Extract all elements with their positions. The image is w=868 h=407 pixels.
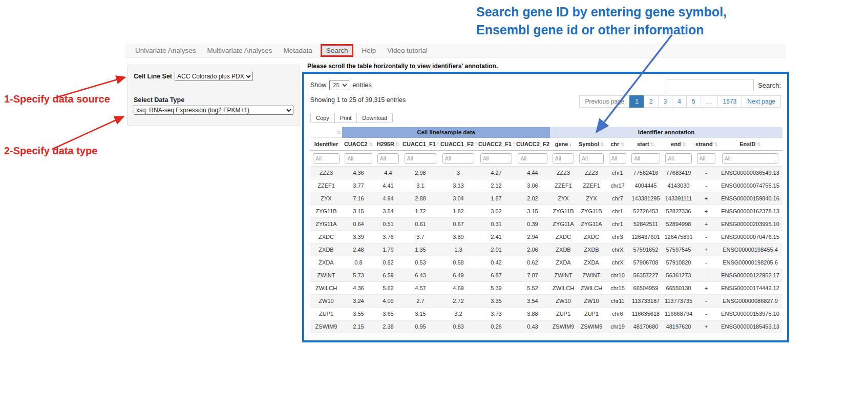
table-cell: ZXDC [550,231,577,243]
table-cell: - [694,308,718,320]
page-length-select[interactable]: 25 [329,80,349,90]
table-cell: ENSG00000153975.10 [718,308,782,320]
identifier-sort-header[interactable]: ⇅ [310,127,342,138]
filter-input-cuacc1-f2[interactable] [442,153,475,164]
tab-univariate-analyses[interactable]: Univariate Analyses [130,47,202,54]
filter-input-end[interactable] [665,153,692,164]
column-header-cuacc1-f2[interactable]: CUACC1_F2⇅ [439,138,477,151]
table-cell: ZXDA [310,256,342,269]
table-cell: chr3 [606,231,629,243]
cell-line-set-label: Cell Line Set [134,73,172,80]
cell-line-set-select[interactable]: ACC Colorado plus PDX [175,72,253,81]
filter-input-symbol[interactable] [579,153,604,164]
previous-page-button[interactable]: Previous page [579,95,630,108]
table-cell: 2.01 [477,243,515,256]
table-cell: 0.82 [375,256,401,269]
table-cell: 2.06 [515,243,550,256]
table-cell: 2.72 [439,295,477,308]
table-cell: + [694,282,718,295]
table-cell: ZXDB [577,243,606,256]
table-cell: 0.8 [342,256,375,269]
filter-input-cuacc2-f1[interactable] [480,153,513,164]
column-header-identifier[interactable]: Identifier [310,138,342,151]
page-button-1573[interactable]: 1573 [717,95,743,108]
table-cell: ZYG11B [577,205,606,218]
table-cell: ZYX [550,192,577,205]
column-header-symbol[interactable]: Symbol⇅ [577,138,606,151]
table-row: ZZZ34.364.42.9834.274.44ZZZ3ZZZ3chr17756… [310,167,782,179]
column-label: chr [610,141,619,147]
filter-input-cuacc1-f1[interactable] [405,153,437,164]
column-header-chr[interactable]: chr⇅ [606,138,629,151]
table-cell: 4.69 [439,282,477,295]
table-cell: 57906708 [629,256,663,269]
filter-input-strand[interactable] [697,153,716,164]
column-header-ensid[interactable]: EnsID⇅ [718,138,782,151]
column-header-cuacc1-f1[interactable]: CUACC1_F1⇅ [401,138,439,151]
export-print-button[interactable]: Print [334,113,357,123]
column-header-end[interactable]: end⇅ [663,138,694,151]
column-header-gene[interactable]: gene↓ [550,138,577,151]
column-label: CUACC2_F1 [478,141,512,147]
tab-help[interactable]: Help [356,47,382,54]
next-page-button[interactable]: Next page [742,95,781,108]
table-cell: ZW10 [577,295,606,308]
table-cell: ZW10 [310,295,342,308]
table-cell: chr11 [606,295,629,308]
table-cell: 57910820 [663,256,694,269]
filter-input-cuacc2[interactable] [345,153,372,164]
table-row: ZXDA0.80.820.530.580.420.62ZXDAZXDAchrX5… [310,256,782,269]
table-cell: 3.24 [342,295,375,308]
column-header-strand[interactable]: strand⇅ [694,138,718,151]
tab-metadata[interactable]: Metadata [278,47,317,54]
column-header-cuacc2-f1[interactable]: CUACC2_F1⇅ [477,138,515,151]
table-cell: ENSG00000074755.15 [718,179,782,192]
filter-input-identifier[interactable] [313,153,340,164]
column-header-h295r[interactable]: H295R⇅ [375,138,401,151]
column-header-start[interactable]: start⇅ [629,138,663,151]
export-buttons: CopyPrintDownload [310,113,781,123]
export-copy-button[interactable]: Copy [310,113,335,123]
table-cell: 56357227 [629,269,663,282]
data-type-select[interactable]: xsq: RNA-seq Expression (log2 FPKM+1) [134,106,293,115]
table-cell: ZYG11A [310,218,342,231]
page-button-4[interactable]: 4 [672,95,687,108]
column-header-cuacc2[interactable]: CUACC2⇅ [342,138,375,151]
filter-input-chr[interactable] [609,153,627,164]
page-button-1[interactable]: 1 [629,95,644,108]
filter-input-gene[interactable] [553,153,574,164]
tab-video-tutorial[interactable]: Video tutorial [382,47,433,54]
filter-input-h295r[interactable] [377,153,399,164]
page-button-3[interactable]: 3 [658,95,673,108]
table-cell: 116635618 [629,308,663,320]
table-cell: chr1 [606,218,629,231]
table-cell: 3 [439,167,477,179]
table-cell: 57591652 [629,243,663,256]
table-cell: ENSG00000086827.9 [718,295,782,308]
tab-multivariate-analyses[interactable]: Multivariate Analyses [202,47,278,54]
table-cell: 66504959 [629,282,663,295]
tab-search[interactable]: Search [321,44,354,57]
table-cell: 0.58 [439,256,477,269]
table-search: Search: [667,79,781,91]
table-cell: 3.1 [401,179,439,192]
table-cell: 2.02 [515,192,550,205]
column-header-cuacc2-f2[interactable]: CUACC2_F2⇅ [515,138,550,151]
table-cell: + [694,205,718,218]
table-cell: 3.76 [375,231,401,243]
search-input[interactable] [667,79,754,91]
table-cell: ZZZ3 [550,167,577,179]
filter-input-start[interactable] [631,153,660,164]
table-cell: 0.43 [515,320,550,333]
export-download-button[interactable]: Download [356,113,393,123]
step2-annotation: 2-Specify data type [4,145,97,157]
page-button-5[interactable]: 5 [686,95,701,108]
column-label: CUACC1_F2 [440,141,474,147]
table-cell: ZWINT [310,269,342,282]
page-button-2[interactable]: 2 [644,95,659,108]
scroll-hint: Please scroll the table horizontally to … [307,63,498,70]
filter-input-ensid[interactable] [722,153,778,164]
filter-input-cuacc2-f2[interactable] [518,153,547,164]
table-cell: chr10 [606,269,629,282]
table-cell: chr1 [606,167,629,179]
